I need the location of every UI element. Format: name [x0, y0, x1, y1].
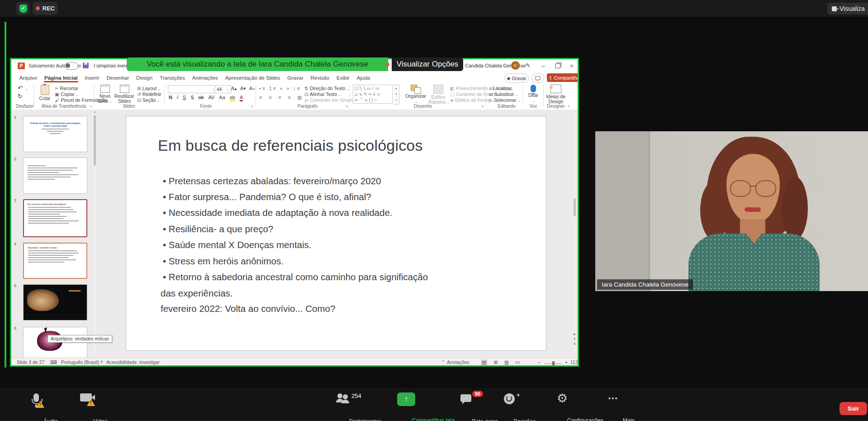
- tab-desenhar[interactable]: Desenhar: [103, 72, 133, 83]
- drawing-dialog-launcher[interactable]: ↘: [481, 104, 484, 108]
- tab-exibir[interactable]: Exibir: [333, 72, 353, 83]
- share-screen-button[interactable]: ↑ Compartilhar tela: [379, 392, 433, 406]
- slide-thumbnail-1[interactable]: O limiar do porvir: considerações psicol…: [23, 116, 87, 152]
- reactions-button[interactable]: + Reações: [494, 393, 525, 404]
- tab-arquivo[interactable]: Arquivo: [16, 72, 41, 83]
- font-color-button[interactable]: A: [240, 95, 243, 101]
- section-button[interactable]: ⊟Seção⌄: [137, 97, 160, 103]
- clipboard-dialog-launcher[interactable]: ↘: [89, 104, 92, 108]
- tab-design[interactable]: Design: [133, 72, 156, 83]
- minimize-button[interactable]: –: [538, 61, 548, 70]
- leave-meeting-button[interactable]: Sair: [840, 402, 867, 415]
- undo-button[interactable]: ↶ ⌄: [18, 85, 28, 91]
- tab-ajuda[interactable]: Ajuda: [353, 72, 374, 83]
- reading-view-button[interactable]: ▥: [504, 359, 509, 365]
- slide-sorter-button[interactable]: ⊞: [493, 359, 498, 365]
- reset-button[interactable]: ↺Redefinir: [137, 91, 161, 97]
- recording-indicator[interactable]: REC: [33, 2, 58, 15]
- new-slide-button[interactable]: Novo Slide⌄: [97, 85, 113, 104]
- text-direction-button[interactable]: ⇅Direção do Texto⌄: [304, 86, 349, 91]
- slide-thumbnail-2[interactable]: [23, 158, 87, 194]
- close-button[interactable]: ×: [567, 61, 577, 70]
- shape-effects-button[interactable]: ◈Efeitos de Forma⌄: [450, 97, 495, 103]
- tab-transicoes[interactable]: Transições: [156, 72, 189, 83]
- account-avatar[interactable]: IC: [511, 61, 520, 70]
- slide-thumbnail-5[interactable]: [23, 284, 87, 321]
- comments-button[interactable]: [531, 73, 544, 83]
- slide-canvas[interactable]: Em busca de referenciais psicológicos • …: [126, 116, 546, 351]
- increase-indent-button[interactable]: »: [286, 86, 290, 91]
- underline-button[interactable]: S: [183, 95, 186, 100]
- view-options-dropdown[interactable]: Visualizar Opções: [392, 57, 463, 71]
- chat-button[interactable]: 90 Bate-papo: [447, 394, 485, 402]
- find-button[interactable]: ⌕Localizar: [489, 86, 512, 91]
- participant-video-tile[interactable]: Iara Candida Chalela Genovese: [595, 131, 868, 291]
- grow-font-button[interactable]: A▴: [231, 86, 237, 91]
- font-size-combo[interactable]: 44⌄: [215, 85, 231, 93]
- thumbnail-scrollbar[interactable]: ▲: [93, 110, 96, 355]
- slide-navigation-buttons[interactable]: ▲⇞⇟: [571, 331, 578, 346]
- dictate-button[interactable]: Ditar⌄: [525, 85, 541, 103]
- collapse-ribbon-button[interactable]: ⌄: [567, 103, 570, 108]
- replace-button[interactable]: ⇄Substituir⌄: [489, 91, 518, 97]
- zoom-in-button[interactable]: +: [565, 359, 568, 365]
- shapes-gallery-scroll[interactable]: ▴▾≡: [394, 85, 399, 105]
- zoom-level[interactable]: 112%: [570, 359, 579, 365]
- slide-thumbnail-4[interactable]: Arquétipos: verdades míticas: [23, 243, 87, 279]
- autosave-toggle[interactable]: [65, 62, 78, 70]
- record-button[interactable]: ◉ Gravar: [504, 73, 529, 83]
- shapes-gallery[interactable]: ▢ ╲ ╲ ▭ ○ ▭ △ ↳ ↰ ⇒ ⇓ ◇ ↩ ⌒ ∿ { } ☆: [353, 85, 393, 104]
- select-button[interactable]: ▷Selecionar⌄: [489, 97, 520, 103]
- cut-button[interactable]: ✂Recortar: [55, 86, 78, 91]
- tab-inserir[interactable]: Inserir: [81, 72, 103, 83]
- columns-button[interactable]: ▥: [297, 95, 304, 100]
- canvas-scrollbar[interactable]: [573, 112, 576, 352]
- change-case-button[interactable]: Aa: [219, 95, 225, 100]
- canvas-scrollbar-thumb[interactable]: [574, 198, 576, 216]
- save-icon[interactable]: [83, 62, 89, 68]
- security-shield-button[interactable]: ✓: [16, 2, 30, 15]
- quick-styles-button[interactable]: Estilos Rápidos⌄: [428, 85, 448, 105]
- normal-view-button[interactable]: ▤: [481, 359, 487, 365]
- restore-button[interactable]: [553, 61, 563, 70]
- reuse-slides-button[interactable]: Reutilizar Slides: [114, 85, 135, 104]
- zoom-out-button[interactable]: –: [538, 359, 541, 365]
- tab-revisao[interactable]: Revisão: [307, 72, 333, 83]
- decrease-indent-button[interactable]: «: [280, 86, 284, 91]
- align-center-button[interactable]: ≡: [269, 95, 274, 100]
- video-button[interactable]: Vídeo: [71, 393, 100, 402]
- view-mode-button[interactable]: Visualiza: [827, 3, 868, 14]
- participants-button[interactable]: 254 Participantes: [322, 393, 365, 403]
- design-ideas-button[interactable]: Ideias de Design: [546, 85, 566, 104]
- tab-gravar[interactable]: Gravar: [284, 72, 307, 83]
- layout-button[interactable]: ⊞Layout⌄: [137, 86, 161, 91]
- font-name-combo[interactable]: ⌄: [168, 85, 217, 93]
- justify-button[interactable]: ≡: [288, 95, 293, 100]
- notes-toggle[interactable]: Anotações: [447, 359, 470, 365]
- language-status[interactable]: Português (Brasil): [61, 359, 99, 365]
- font-dialog-launcher[interactable]: ↘: [250, 104, 253, 108]
- settings-button[interactable]: ⚙ Configurações: [539, 392, 585, 404]
- line-spacing-button[interactable]: ↕≡: [293, 86, 301, 91]
- bullets-button[interactable]: •≡: [259, 86, 266, 91]
- clear-formatting-button[interactable]: A▰: [249, 86, 255, 91]
- zoom-slider-handle[interactable]: [552, 361, 555, 366]
- highlight-button[interactable]: ab: [230, 95, 235, 101]
- shrink-font-button[interactable]: A▾: [240, 86, 246, 91]
- slideshow-button[interactable]: ▭: [515, 359, 520, 365]
- bold-button[interactable]: N: [169, 95, 172, 100]
- align-text-button[interactable]: ⊡Alinhar Texto⌄: [304, 91, 341, 97]
- audio-button[interactable]: Áudio: [22, 393, 51, 402]
- tab-pagina-inicial[interactable]: Página Inicial: [41, 72, 81, 83]
- more-button[interactable]: ••• Mais: [598, 392, 629, 404]
- ppt-share-button[interactable]: ↥ Compartilhar: [547, 73, 579, 82]
- copy-button[interactable]: ▣Copiar⌄: [55, 91, 79, 97]
- align-left-button[interactable]: ≡: [259, 95, 265, 100]
- align-right-button[interactable]: ≡: [278, 95, 284, 100]
- text-shadow-button[interactable]: S: [190, 95, 194, 100]
- char-spacing-button[interactable]: AV: [209, 95, 215, 100]
- paste-button[interactable]: Colar⌄: [37, 85, 53, 106]
- arrange-button[interactable]: Organizar⌄: [404, 85, 427, 104]
- numbering-button[interactable]: 1≡: [269, 86, 277, 91]
- accessibility-status[interactable]: Acessibilidade: investigar: [106, 359, 160, 365]
